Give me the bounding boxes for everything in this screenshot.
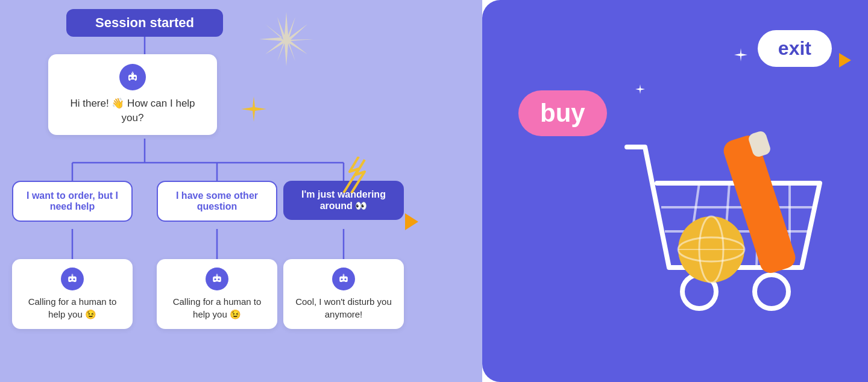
bot-icon-response1: [61, 268, 84, 290]
response3-box: Cool, I won't disturb you anymore!: [283, 259, 404, 329]
option1-box[interactable]: I want to order, but I need help: [12, 181, 133, 222]
svg-point-32: [341, 278, 343, 280]
star-white-sm1: [734, 48, 747, 64]
svg-point-26: [218, 278, 219, 280]
svg-point-29: [216, 274, 218, 275]
cursor-arrow-exit: [839, 53, 851, 67]
svg-point-22: [72, 274, 74, 275]
option2-box[interactable]: I have some other question: [157, 181, 277, 222]
exit-bubble[interactable]: exit: [758, 30, 832, 67]
cursor-arrow-option3: [405, 213, 418, 230]
svg-rect-16: [130, 80, 135, 81]
svg-rect-24: [213, 277, 221, 282]
bot-icon-main: [119, 64, 146, 90]
session-started-label: Session started: [66, 9, 223, 37]
svg-marker-38: [259, 12, 313, 66]
response1-text: Calling for a human to help you 😉: [28, 296, 117, 319]
star-white-sm2: [635, 84, 645, 96]
star-4pt-small: [241, 96, 266, 124]
svg-rect-31: [339, 277, 348, 282]
svg-rect-20: [71, 281, 74, 282]
svg-point-11: [130, 77, 132, 79]
bot-icon-response3: [332, 268, 355, 290]
svg-rect-34: [342, 281, 345, 282]
svg-rect-27: [215, 281, 218, 282]
svg-marker-39: [241, 96, 266, 122]
bot-greeting-box: Hi there! 👋 How can I help you?: [48, 54, 217, 135]
bot-greeting-text: Hi there! 👋 How can I help you?: [60, 96, 205, 125]
response2-text: Calling for a human to help you 😉: [173, 296, 262, 319]
shopping-cart-illustration: [597, 111, 850, 364]
svg-point-25: [215, 278, 216, 280]
response3-text: Cool, I won't disturb you anymore!: [295, 296, 392, 319]
svg-point-14: [132, 72, 134, 74]
left-panel: Session started Hi there! 👋 How can I he…: [0, 0, 482, 382]
star-burst-large: [259, 12, 313, 69]
svg-point-18: [70, 278, 72, 280]
bot-icon-response2: [206, 268, 228, 290]
svg-marker-40: [734, 48, 747, 61]
response1-box: Calling for a human to help you 😉: [12, 259, 133, 329]
svg-point-19: [73, 278, 75, 280]
svg-marker-41: [635, 84, 645, 94]
svg-point-36: [343, 274, 345, 275]
right-panel: buy exit: [482, 0, 868, 382]
svg-rect-17: [68, 277, 77, 282]
svg-point-12: [134, 77, 136, 79]
svg-point-45: [755, 275, 788, 308]
star-zigzag: [338, 157, 380, 195]
buy-bubble[interactable]: buy: [518, 90, 607, 136]
svg-point-33: [344, 278, 346, 280]
response2-box: Calling for a human to help you 😉: [157, 259, 277, 329]
